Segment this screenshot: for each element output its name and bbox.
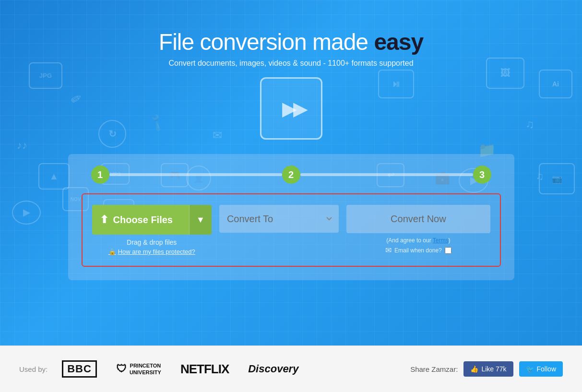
email-row: ✉ Email when done?	[385, 246, 451, 255]
steps-indicator: 1 2 3	[82, 166, 501, 184]
choose-files-btn-wrapper: ⬆ Choose Files ▼	[92, 205, 212, 235]
lock-icon: 🔒	[108, 248, 116, 255]
terms-text: (And agree to our Terms)	[386, 237, 450, 244]
like-button[interactable]: 👍 Like 77k	[463, 361, 513, 377]
netflix-logo: NETFLIX	[180, 362, 229, 377]
converter-inner: ⬆ Choose Files ▼ Drag & drop files 🔒 How…	[82, 193, 501, 267]
share-label: Share Zamzar:	[410, 365, 458, 373]
step-1-circle: 1	[91, 166, 109, 184]
convert-now-button[interactable]: Convert Now	[346, 205, 490, 233]
email-when-done-label: Email when done?	[394, 247, 442, 254]
footer: Used by: BBC 🛡 PRINCETONUNIVERSITY NETFL…	[0, 345, 582, 392]
choose-files-dropdown-button[interactable]: ▼	[189, 205, 212, 235]
step-line-2	[300, 173, 473, 176]
twitter-icon: 🐦	[526, 365, 534, 373]
used-by-label: Used by:	[19, 365, 48, 373]
discovery-logo: Discovery	[248, 363, 298, 375]
email-when-done-checkbox[interactable]	[445, 247, 451, 254]
upload-arrow-icon: ⬆	[100, 214, 108, 226]
terms-link[interactable]: Terms	[433, 237, 449, 244]
like-count-label: Like 77k	[481, 365, 506, 373]
hero-title: File conversion made easy	[159, 29, 423, 55]
follow-button[interactable]: 🐦 Follow	[519, 361, 563, 377]
hero-section: JPG ✏ ♪♪ ▲ ↻ MP3 🔧 ▶ 🖼 ✉ ♫ 📁 ▶ ♫ 🖼 Ai 📷	[0, 0, 582, 345]
choose-files-group: ⬆ Choose Files ▼ Drag & drop files 🔒 How…	[92, 205, 212, 255]
step-2-circle: 2	[282, 166, 300, 184]
protected-link[interactable]: 🔒 How are my files protected?	[108, 248, 195, 255]
envelope-icon: ✉	[385, 246, 392, 255]
converter-box: 1 2 3 ⬆ Choose Files ▼ Drag & drop files	[68, 154, 514, 280]
convert-now-group: Convert Now (And agree to our Terms) ✉ E…	[346, 205, 490, 255]
drag-drop-text: Drag & drop files	[127, 238, 177, 246]
hero-subtitle: Convert documents, images, videos & soun…	[168, 59, 413, 68]
dropdown-arrow-icon: ▼	[196, 215, 205, 225]
center-logo-icon	[260, 77, 322, 140]
step-3-circle: 3	[473, 166, 491, 184]
share-section: Share Zamzar: 👍 Like 77k 🐦 Follow	[410, 361, 563, 377]
logos-row: BBC 🛡 PRINCETONUNIVERSITY NETFLIX Discov…	[62, 360, 410, 378]
like-icon: 👍	[470, 365, 478, 373]
follow-label: Follow	[537, 365, 556, 373]
step-line-1	[109, 173, 282, 176]
princeton-logo: 🛡 PRINCETONUNIVERSITY	[116, 362, 161, 376]
princeton-shield-icon: 🛡	[116, 362, 127, 376]
choose-files-button[interactable]: ⬆ Choose Files	[92, 205, 190, 235]
choose-files-label: Choose Files	[113, 214, 173, 226]
bbc-logo: BBC	[62, 360, 97, 378]
convert-to-group: Convert To	[219, 205, 339, 233]
convert-to-select[interactable]: Convert To	[219, 205, 339, 233]
